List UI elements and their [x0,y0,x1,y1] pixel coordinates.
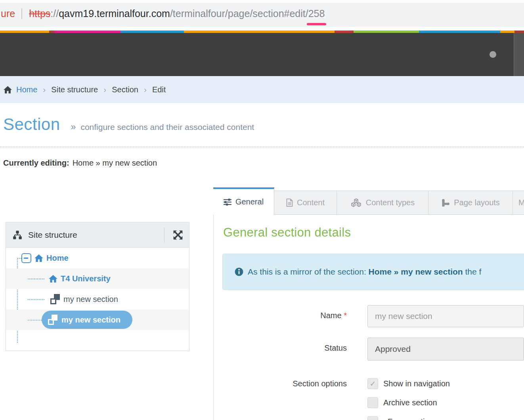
browser-chrome-top [0,0,524,3]
currently-editing: Currently editing:Home » my new section [3,158,157,168]
tree-item-home[interactable]: Home [6,248,189,268]
info-icon [235,267,243,276]
tree-connector [28,320,42,321]
breadcrumb: Home › Site structure › Section › Edit [0,76,524,103]
option-show-in-navigation: ✓ Show in navigation [367,378,524,389]
option-label: Archive section [383,398,437,407]
breadcrumb-separator: › [43,85,46,94]
url-id-underline [307,23,327,25]
tab-content-types[interactable]: Content types [337,191,428,215]
tree-item-label: Home [46,254,69,263]
url-path: /terminalfour/page/section#edit/ [170,8,308,19]
option-eform-section: eForm section [367,416,524,420]
tab-content[interactable]: Content [274,191,337,215]
breadcrumb-separator: › [103,85,106,94]
sitemap-icon [13,231,22,239]
tab-page-layouts[interactable]: Page layouts [428,191,513,215]
url-text: https://qavm19.terminalfour.com/terminal… [29,8,325,19]
required-marker: * [344,311,347,320]
url-bar-divider [21,8,22,19]
tab-label: Content types [366,198,415,207]
tab-label: Content [297,198,325,207]
tree-item-label: my new section [61,315,120,325]
tree-item-t4-university[interactable]: T4 University [6,268,189,289]
general-form: Name * Status Approved Section options ✓… [214,305,524,420]
page-title: Section [3,115,60,134]
status-label: Status [214,338,347,361]
sliders-icon [224,199,231,206]
general-section-heading: General section details [223,225,524,240]
mirror-section-icon [50,294,60,304]
section-options-label: Section options [214,378,347,420]
selected-section-pill[interactable]: my new section [42,311,132,329]
option-label: Show in navigation [383,379,450,388]
breadcrumb-item-edit[interactable]: Edit [152,85,166,94]
cubes-icon [350,198,362,208]
breadcrumb-item-site-structure[interactable]: Site structure [51,85,98,94]
page-title-row: Section » configure sections and their a… [3,115,254,134]
site-structure-panel: Site structure Home T4 University [6,222,189,351]
name-label: Name * [214,305,347,327]
tab-strip: General Content Content types [213,187,524,215]
home-icon [34,254,43,262]
option-label: eForm section [383,417,434,420]
breadcrumb-separator: › [144,85,147,94]
expand-icon[interactable] [173,230,183,240]
site-structure-tree: Home T4 University my new section my new… [6,248,189,351]
tab-label: General [235,197,264,206]
breadcrumb-item-home[interactable]: Home [16,85,37,94]
tab-label: M [518,198,524,207]
general-tab-body: General section details As this is a mir… [213,215,524,420]
checkbox-show-in-navigation[interactable]: ✓ [367,378,378,389]
url-section-id: 258 [308,8,325,19]
dotted-separator [0,147,524,147]
header-divider [164,227,164,242]
url-separator: :// [50,8,59,19]
tab-label: Page layouts [454,198,500,207]
collapse-toggle-icon[interactable] [21,253,31,263]
page-subtitle: configure sections and their associated … [80,122,254,132]
home-icon [4,86,12,94]
option-archive-section: Archive section [367,397,524,408]
section-options-row: Section options ✓ Show in navigation Arc… [214,378,524,420]
header-dot [490,51,496,58]
tree-connector [28,279,44,279]
mirror-info-alert: As this is a mirror of the section: Home… [222,254,524,290]
file-icon [286,199,293,207]
section-edit-panel: General Content Content types [213,187,524,420]
name-input[interactable] [367,305,524,327]
url-scheme: https [29,8,50,19]
url-host: qavm19.terminalfour.com [59,8,170,19]
status-select[interactable]: Approved [367,338,524,361]
home-icon [49,275,57,283]
subtitle-marker: » [71,122,76,132]
app-header [0,33,524,76]
name-row: Name * [214,305,524,327]
alert-text: As this is a mirror of the section: Home… [248,267,481,277]
not-secure-label: ure [1,8,15,19]
browser-url-bar[interactable]: ure https://qavm19.terminalfour.com/term… [0,0,524,27]
tree-connector [28,299,44,300]
checkbox-archive-section[interactable] [367,397,378,408]
status-row: Status Approved [214,338,524,361]
header-right-rail [514,33,524,76]
tab-general[interactable]: General [213,187,274,215]
check-icon: ✓ [370,379,376,388]
puzzle-icon [441,199,450,207]
checkbox-eform-section[interactable] [367,416,378,420]
mirror-section-icon [48,315,58,325]
tree-item-label: my new section [63,295,118,304]
tree-item-my-new-section-selected[interactable]: my new section [6,309,189,330]
tree-item-label: T4 University [61,274,111,283]
site-structure-title: Site structure [28,230,77,240]
breadcrumb-item-section[interactable]: Section [112,85,138,94]
currently-editing-label: Currently editing: [3,158,69,167]
site-structure-header: Site structure [6,222,189,248]
tab-more-clipped[interactable]: M [513,191,524,215]
tree-item-my-new-section[interactable]: my new section [6,289,189,309]
currently-editing-path: Home » my new section [73,158,157,167]
